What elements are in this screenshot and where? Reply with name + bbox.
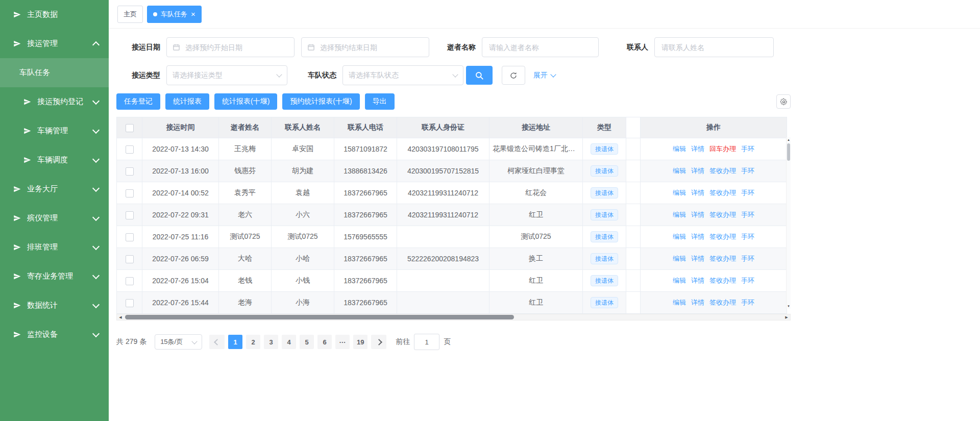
sidebar-item-scheduling-management[interactable]: 排班管理 [0, 233, 109, 262]
search-button[interactable] [466, 66, 493, 85]
prev-page-button[interactable] [209, 335, 225, 349]
edit-link[interactable]: 编辑 [673, 189, 686, 196]
detail-link[interactable]: 详情 [691, 299, 704, 306]
sidebar-item-business-hall[interactable]: 业务大厅 [0, 175, 109, 204]
filter-label-type: 接运类型 [132, 71, 160, 80]
sidebar-item-transport-management[interactable]: 接运管理 [0, 29, 109, 58]
goto-page-input[interactable] [414, 334, 439, 350]
wristband-link[interactable]: 手环 [741, 277, 754, 284]
horizontal-scroll-track[interactable] [124, 314, 783, 320]
sign-process-link[interactable]: 签收办理 [709, 277, 736, 284]
sidebar-item-transport-reservation[interactable]: 接运预约登记 [0, 87, 109, 116]
date-end-field[interactable] [319, 43, 423, 52]
detail-link[interactable]: 详情 [691, 211, 704, 218]
row-checkbox[interactable] [126, 299, 134, 307]
date-start-input[interactable] [166, 37, 295, 57]
chevron-right-icon [376, 339, 382, 345]
edit-link[interactable]: 编辑 [673, 277, 686, 284]
detail-link[interactable]: 详情 [691, 145, 704, 153]
row-checkbox[interactable] [126, 145, 134, 154]
wristband-link[interactable]: 手环 [741, 167, 754, 175]
detail-link[interactable]: 详情 [691, 233, 704, 240]
detail-link[interactable]: 详情 [691, 255, 704, 262]
sign-process-link[interactable]: 签收办理 [709, 167, 736, 175]
return-process-link[interactable]: 回车办理 [709, 145, 736, 153]
edit-link[interactable]: 编辑 [673, 211, 686, 218]
wristband-link[interactable]: 手环 [741, 255, 754, 262]
edit-link[interactable]: 编辑 [673, 299, 686, 306]
horizontal-scrollbar[interactable]: ◀ ▶ [116, 314, 791, 320]
sign-process-link[interactable]: 签收办理 [709, 299, 736, 306]
row-checkbox[interactable] [126, 189, 134, 197]
deceased-name-field[interactable] [488, 43, 593, 52]
stats-report-shiyan-button[interactable]: 统计报表(十堰) [214, 93, 277, 110]
sign-process-link[interactable]: 签收办理 [709, 233, 736, 240]
fleet-status-select[interactable]: 请选择车队状态 [342, 65, 463, 85]
date-start-field[interactable] [184, 43, 288, 52]
detail-link[interactable]: 详情 [691, 277, 704, 284]
row-checkbox[interactable] [126, 277, 134, 285]
detail-link[interactable]: 详情 [691, 189, 704, 196]
vertical-scrollbar[interactable]: ▲ ▼ [786, 137, 791, 309]
page-19-button[interactable]: 19 [353, 335, 368, 349]
sidebar-item-monitoring-devices[interactable]: 监控设备 [0, 320, 109, 349]
sign-process-link[interactable]: 签收办理 [709, 255, 736, 262]
row-checkbox[interactable] [126, 167, 134, 176]
row-checkbox[interactable] [126, 233, 134, 241]
sidebar-item-fleet-tasks[interactable]: 车队任务 [0, 58, 109, 87]
page-ellipsis-button[interactable]: ··· [335, 335, 350, 349]
deceased-name-input[interactable] [482, 37, 599, 57]
table-settings-button[interactable] [776, 94, 791, 109]
wristband-link[interactable]: 手环 [741, 211, 754, 218]
wristband-link[interactable]: 手环 [741, 299, 754, 306]
page-5-button[interactable]: 5 [300, 335, 314, 349]
sidebar-item-funeral-management[interactable]: 殡仪管理 [0, 204, 109, 233]
row-checkbox[interactable] [126, 211, 134, 219]
sign-process-link[interactable]: 签收办理 [709, 189, 736, 196]
vertical-scroll-thumb[interactable] [787, 143, 790, 161]
close-icon[interactable]: × [191, 10, 195, 18]
send-icon [13, 302, 21, 309]
row-checkbox[interactable] [126, 255, 134, 263]
edit-link[interactable]: 编辑 [673, 167, 686, 175]
contact-name-field[interactable] [660, 43, 768, 52]
page-4-button[interactable]: 4 [282, 335, 296, 349]
sidebar-item-vehicle-management[interactable]: 车辆管理 [0, 116, 109, 145]
wristband-link[interactable]: 手环 [741, 233, 754, 240]
sidebar-item-storage-business[interactable]: 寄存业务管理 [0, 262, 109, 291]
scroll-up-icon[interactable]: ▲ [787, 137, 791, 142]
sidebar-item-vehicle-dispatch[interactable]: 车辆调度 [0, 145, 109, 175]
tab-fleet-tasks[interactable]: 车队任务× [147, 6, 202, 23]
task-register-button[interactable]: 任务登记 [116, 93, 160, 110]
page-size-select[interactable]: 15条/页 [155, 334, 202, 350]
cell-contact-id: 420300195707152815 [397, 160, 489, 182]
page-6-button[interactable]: 6 [317, 335, 332, 349]
date-end-input[interactable] [301, 37, 429, 57]
page-1-button[interactable]: 1 [228, 335, 242, 349]
wristband-link[interactable]: 手环 [741, 189, 754, 196]
sidebar-item-home-data[interactable]: 主页数据 [0, 0, 109, 29]
stats-report-button[interactable]: 统计报表 [165, 93, 209, 110]
page-3-button[interactable]: 3 [264, 335, 278, 349]
scroll-right-icon[interactable]: ▶ [783, 314, 790, 320]
edit-link[interactable]: 编辑 [673, 145, 686, 153]
page-2-button[interactable]: 2 [246, 335, 260, 349]
expand-toggle[interactable]: 展开 [533, 71, 555, 80]
detail-link[interactable]: 详情 [691, 167, 704, 175]
tab-home[interactable]: 主页 [117, 6, 143, 23]
sign-process-link[interactable]: 签收办理 [709, 211, 736, 218]
next-page-button[interactable] [371, 335, 386, 349]
transport-type-select[interactable]: 请选择接运类型 [166, 65, 287, 85]
reservation-stats-report-shiyan-button[interactable]: 预约统计报表(十堰) [282, 93, 359, 110]
export-button[interactable]: 导出 [365, 93, 395, 110]
scroll-down-icon[interactable]: ▼ [787, 304, 791, 309]
sidebar-item-data-statistics[interactable]: 数据统计 [0, 291, 109, 320]
horizontal-scroll-thumb[interactable] [125, 315, 514, 319]
scroll-left-icon[interactable]: ◀ [117, 314, 124, 320]
edit-link[interactable]: 编辑 [673, 233, 686, 240]
select-all-checkbox[interactable] [126, 124, 134, 132]
contact-name-input[interactable] [654, 37, 774, 57]
wristband-link[interactable]: 手环 [741, 145, 754, 153]
refresh-button[interactable] [502, 66, 525, 85]
edit-link[interactable]: 编辑 [673, 255, 686, 262]
